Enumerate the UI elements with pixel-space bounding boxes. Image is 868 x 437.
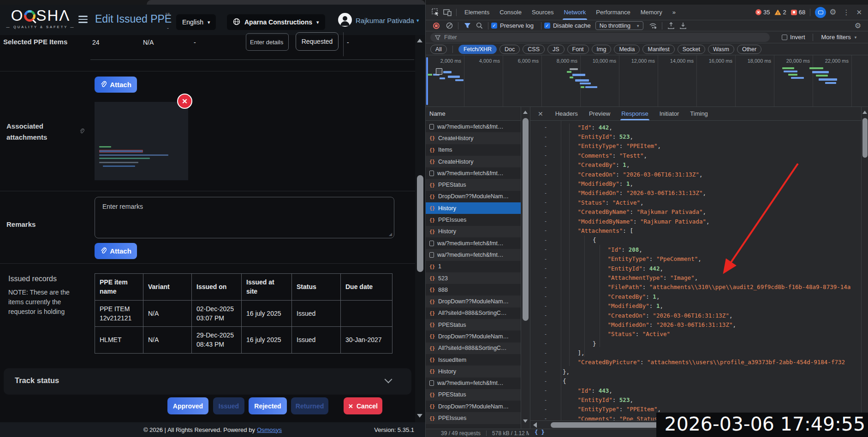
- request-row[interactable]: DropDown??ModuleNam…: [426, 295, 521, 307]
- fold-marker[interactable]: -: [530, 397, 561, 403]
- request-row[interactable]: PPEStatus: [426, 179, 521, 190]
- fold-marker[interactable]: -: [530, 312, 561, 319]
- request-row[interactable]: Items: [426, 144, 521, 156]
- response-vscrollbar[interactable]: [861, 107, 868, 429]
- chip-other[interactable]: Other: [737, 45, 761, 54]
- fold-marker[interactable]: -: [530, 134, 561, 140]
- fold-marker[interactable]: -: [530, 387, 561, 394]
- request-row[interactable]: DropDown??ModuleNam…: [426, 331, 521, 342]
- import-har-icon[interactable]: [665, 20, 677, 31]
- record-network-icon[interactable]: [433, 23, 440, 29]
- request-row[interactable]: PPEIssues: [426, 412, 521, 424]
- request-row[interactable]: All?siteId=888&SortingC…: [426, 343, 521, 354]
- fold-marker[interactable]: -: [530, 237, 561, 243]
- language-dropdown[interactable]: English: [176, 14, 216, 30]
- export-har-icon[interactable]: [677, 20, 689, 31]
- inspect-element-icon[interactable]: [429, 7, 441, 18]
- attach-button-remarks[interactable]: Attach: [95, 243, 137, 259]
- tab-console[interactable]: Console: [494, 5, 527, 20]
- request-row[interactable]: wa/?medium=fetch&fmt…: [426, 167, 521, 179]
- fold-marker[interactable]: -: [530, 181, 561, 187]
- clear-network-icon[interactable]: [443, 20, 455, 31]
- chip-img[interactable]: Img: [592, 45, 612, 54]
- fold-marker[interactable]: -: [530, 359, 561, 366]
- fold-marker[interactable]: -: [530, 350, 561, 356]
- company-dropdown[interactable]: Aparna Constructions: [227, 14, 325, 30]
- fold-marker[interactable]: -: [530, 340, 561, 347]
- invert-label[interactable]: Invert: [790, 34, 805, 41]
- request-row[interactable]: PPEIssues: [426, 214, 521, 225]
- track-status-panel[interactable]: Track status: [4, 368, 411, 395]
- settings-gear-icon[interactable]: ⚙: [826, 7, 839, 17]
- fold-marker[interactable]: -: [530, 190, 561, 196]
- network-conditions-icon[interactable]: [647, 20, 659, 31]
- chip-css[interactable]: CSS: [523, 45, 545, 54]
- request-row[interactable]: CreateHistory: [426, 132, 521, 144]
- osmosys-link[interactable]: Osmosys: [257, 426, 282, 433]
- fold-marker[interactable]: -: [530, 162, 561, 168]
- request-row[interactable]: 888: [426, 284, 521, 295]
- fold-marker[interactable]: -: [530, 218, 561, 224]
- filter-input[interactable]: [430, 33, 770, 42]
- fold-marker[interactable]: -: [530, 124, 561, 130]
- remove-attachment-button[interactable]: ✕: [177, 94, 192, 109]
- scroll-up-arrow[interactable]: [417, 39, 422, 42]
- request-row[interactable]: 1: [426, 261, 521, 272]
- preserve-log-label[interactable]: Preserve log: [500, 22, 534, 29]
- user-name[interactable]: Rajkumar Pativada: [356, 17, 414, 24]
- chip-font[interactable]: Font: [567, 45, 589, 54]
- attach-button-comments[interactable]: Attach: [95, 77, 137, 93]
- network-settings-gear-icon[interactable]: ⚙: [851, 21, 864, 30]
- request-list-scrollbar[interactable]: [521, 107, 530, 429]
- chip-manifest[interactable]: Manifest: [642, 45, 674, 54]
- remarks-textarea[interactable]: [95, 197, 394, 238]
- scrollbar-thumb[interactable]: [417, 175, 423, 272]
- tab-network[interactable]: Network: [559, 5, 591, 20]
- scroll-down-arrow[interactable]: [417, 414, 422, 418]
- fold-marker[interactable]: -: [530, 265, 561, 272]
- issues-badge[interactable]: 68: [791, 9, 805, 16]
- fold-marker[interactable]: -: [530, 378, 561, 384]
- fold-marker[interactable]: -: [530, 274, 561, 281]
- devtools-feature-icon[interactable]: [815, 7, 826, 18]
- close-detail-icon[interactable]: ✕: [530, 110, 550, 118]
- fold-marker[interactable]: -: [530, 415, 561, 420]
- chip-fetchxhr[interactable]: Fetch/XHR: [458, 45, 497, 54]
- request-row[interactable]: History: [426, 366, 521, 377]
- request-row[interactable]: All?siteId=888&SortingC…: [426, 307, 521, 319]
- detail-tab-response[interactable]: Response: [616, 107, 654, 120]
- attachment-thumbnail[interactable]: [95, 102, 188, 180]
- kebab-menu-icon[interactable]: ⋮: [839, 8, 853, 17]
- fold-marker[interactable]: -: [530, 209, 561, 215]
- pretty-print-button[interactable]: { }: [535, 429, 545, 436]
- scroll-up-arrow[interactable]: [862, 111, 867, 114]
- scroll-up-arrow[interactable]: [523, 111, 528, 114]
- fold-marker[interactable]: -: [530, 406, 561, 413]
- fold-marker[interactable]: -: [530, 331, 561, 337]
- cancel-button[interactable]: Cancel: [344, 397, 382, 414]
- rejected-button[interactable]: Rejected: [249, 397, 287, 414]
- tab-elements[interactable]: Elements: [459, 5, 494, 20]
- hamburger-menu-icon[interactable]: [78, 16, 88, 25]
- name-column-header[interactable]: Name: [426, 107, 521, 121]
- approved-button[interactable]: Approved: [167, 397, 208, 414]
- oqsha-logo[interactable]: OSHΛ — QUALITY & SAFETY —: [4, 7, 77, 29]
- tab-sources[interactable]: Sources: [527, 5, 559, 20]
- request-row[interactable]: History: [426, 202, 521, 214]
- fold-marker[interactable]: -: [530, 199, 561, 206]
- request-row[interactable]: PPEStatus: [426, 389, 521, 401]
- request-row[interactable]: PPEStatus: [426, 319, 521, 331]
- request-row[interactable]: History: [426, 226, 521, 237]
- app-scrollbar[interactable]: [415, 35, 425, 422]
- request-row[interactable]: wa/?medium=fetch&fmt…: [426, 249, 521, 260]
- throttling-select[interactable]: No throttling: [595, 21, 643, 30]
- fold-marker[interactable]: -: [530, 321, 561, 328]
- response-viewer[interactable]: -"Id": 442,-"EntityId": 523,-"EntityType…: [530, 121, 861, 420]
- disable-cache-checkbox[interactable]: [544, 23, 550, 29]
- request-row[interactable]: DropDown??ModuleNam…: [426, 401, 521, 412]
- request-row[interactable]: IssuedItem: [426, 354, 521, 366]
- textarea-resize-handle[interactable]: ◢: [389, 232, 392, 236]
- request-row[interactable]: CreateHistory: [426, 156, 521, 167]
- more-filters-button[interactable]: More filters: [821, 34, 857, 41]
- network-overview-timeline[interactable]: 2,000 ms4,000 ms6,000 ms8,000 ms10,000 m…: [426, 55, 868, 107]
